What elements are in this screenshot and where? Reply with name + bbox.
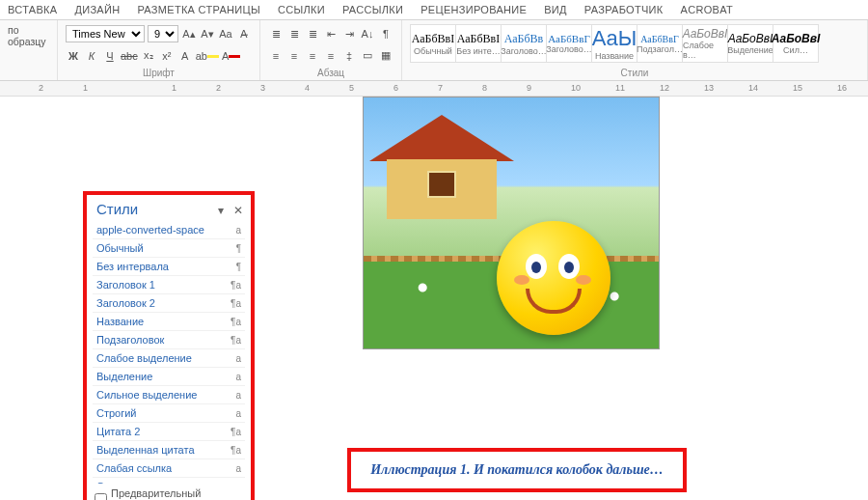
style-item: Слабое выделениеa bbox=[93, 349, 245, 368]
ruler-tick: 1 bbox=[83, 83, 88, 93]
ruler-tick: 11 bbox=[615, 83, 625, 93]
ruler-tick: 10 bbox=[571, 83, 581, 93]
tab-acrobat[interactable]: ACROBAT bbox=[681, 4, 733, 15]
style-item: Строгийa bbox=[93, 404, 245, 423]
document-canvas[interactable]: Иллюстрация 1. И покатился колобок дальш… bbox=[0, 97, 868, 500]
style-item: Выделенная цитата¶a bbox=[93, 441, 245, 459]
tab-view[interactable]: ВИД bbox=[544, 4, 567, 15]
horizontal-ruler[interactable]: 211234567891011121314151617 bbox=[0, 81, 868, 97]
tab-mailings[interactable]: РАССЫЛКИ bbox=[342, 4, 403, 15]
sort-icon[interactable]: A↓ bbox=[360, 26, 375, 42]
ruler-tick: 4 bbox=[305, 83, 310, 93]
styles-pane-title: Стили bbox=[96, 201, 138, 217]
increase-indent-icon[interactable]: ⇥ bbox=[341, 26, 357, 42]
tab-layout[interactable]: РАЗМЕТКА СТРАНИЦЫ bbox=[137, 4, 260, 15]
ruler-tick: 8 bbox=[482, 83, 487, 93]
font-name-select[interactable]: Times New R bbox=[66, 25, 145, 42]
style-tile-title[interactable]: АаЫНазвание bbox=[591, 24, 637, 63]
font-group-label: Шрифт bbox=[66, 68, 252, 80]
tab-references[interactable]: ССЫЛКИ bbox=[278, 4, 325, 15]
tab-review[interactable]: РЕЦЕНЗИРОВАНИЕ bbox=[420, 4, 527, 15]
paragraph-group-label: Абзац bbox=[268, 68, 393, 80]
styles-task-pane: Стили ▾ ✕ apple-converted-spacea Обычный… bbox=[83, 191, 255, 500]
illustration-house bbox=[369, 115, 514, 221]
ruler-tick: 6 bbox=[393, 83, 398, 93]
styles-pane-list[interactable]: apple-converted-spacea Обычный¶ Без инте… bbox=[93, 221, 245, 484]
style-item: Цитата 2¶a bbox=[93, 423, 245, 441]
subscript-button[interactable]: x₂ bbox=[141, 48, 156, 64]
style-tile-subtitle[interactable]: АаБбВвГПодзагол… bbox=[637, 24, 683, 63]
ruler-tick: 1 bbox=[172, 83, 176, 93]
style-item: Название¶a bbox=[93, 313, 245, 331]
style-item: Обычный¶ bbox=[93, 239, 245, 258]
ribbon: по образцу Times New R 9 A▴ A▾ Aa A̶ Ж К… bbox=[0, 19, 868, 81]
ruler-tick: 5 bbox=[349, 83, 354, 93]
bold-button[interactable]: Ж bbox=[66, 48, 81, 64]
ribbon-tabs: ВСТАВКА ДИЗАЙН РАЗМЕТКА СТРАНИЦЫ ССЫЛКИ … bbox=[0, 0, 868, 19]
shrink-font-icon[interactable]: A▾ bbox=[200, 26, 215, 42]
bullets-icon[interactable]: ≣ bbox=[268, 26, 284, 42]
image-caption-selected[interactable]: Иллюстрация 1. И покатился колобок дальш… bbox=[347, 448, 687, 492]
styles-pane-dropdown-icon[interactable]: ▾ bbox=[218, 204, 224, 217]
align-left-icon[interactable]: ≡ bbox=[268, 48, 284, 64]
font-color-button[interactable]: A bbox=[222, 48, 240, 64]
clear-formatting-icon[interactable]: A̶ bbox=[236, 26, 252, 42]
checkbox-input[interactable] bbox=[95, 493, 107, 501]
ruler-tick: 13 bbox=[704, 83, 714, 93]
ruler-tick: 9 bbox=[527, 83, 531, 93]
ruler-tick: 2 bbox=[216, 83, 221, 93]
align-center-icon[interactable]: ≡ bbox=[286, 48, 302, 64]
style-tile-heading2[interactable]: АаБбВвГЗаголово… bbox=[546, 24, 592, 63]
ruler-tick: 7 bbox=[438, 83, 443, 93]
document-image[interactable] bbox=[363, 97, 660, 349]
tab-insert[interactable]: ВСТАВКА bbox=[8, 4, 57, 15]
highlight-color-button[interactable]: ab bbox=[196, 48, 219, 64]
style-item: Подзаголовок¶a bbox=[93, 331, 245, 349]
style-tile-heading1[interactable]: АаБбВвЗаголово… bbox=[501, 24, 547, 63]
ruler-tick: 14 bbox=[748, 83, 758, 93]
change-case-icon[interactable]: Aa bbox=[218, 26, 233, 42]
tab-developer[interactable]: РАЗРАБОТЧИК bbox=[584, 4, 664, 15]
ruler-tick: 3 bbox=[260, 83, 265, 93]
superscript-button[interactable]: x² bbox=[159, 48, 175, 64]
styles-preview-checkbox[interactable]: Предварительный просмотр bbox=[87, 484, 251, 500]
align-right-icon[interactable]: ≡ bbox=[305, 48, 320, 64]
styles-group-label: Стили bbox=[410, 68, 859, 80]
style-item: apple-converted-spacea bbox=[93, 221, 245, 239]
font-size-select[interactable]: 9 bbox=[148, 25, 178, 42]
show-marks-icon[interactable]: ¶ bbox=[378, 26, 393, 42]
tab-design[interactable]: ДИЗАЙН bbox=[74, 4, 120, 15]
style-tile-emphasis[interactable]: АаБоВвІВыделение bbox=[727, 24, 773, 63]
ribbon-group-clipboard: по образцу bbox=[0, 20, 58, 80]
ruler-tick: 15 bbox=[793, 83, 802, 93]
ruler-tick: 16 bbox=[837, 83, 847, 93]
justify-icon[interactable]: ≡ bbox=[323, 48, 339, 64]
borders-icon[interactable]: ▦ bbox=[378, 48, 393, 64]
grow-font-icon[interactable]: A▴ bbox=[181, 26, 197, 42]
decrease-indent-icon[interactable]: ⇤ bbox=[323, 26, 339, 42]
quick-styles-gallery[interactable]: АаБбВвІОбычный АаБбВвІБез инте… АаБбВвЗа… bbox=[410, 24, 859, 63]
style-item: Заголовок 2¶a bbox=[93, 294, 245, 313]
italic-button[interactable]: К bbox=[84, 48, 99, 64]
ruler-tick: 12 bbox=[660, 83, 669, 93]
underline-button[interactable]: Ч bbox=[102, 48, 118, 64]
illustration-kolobok bbox=[497, 221, 610, 335]
style-tile-normal[interactable]: АаБбВвІОбычный bbox=[410, 24, 456, 63]
line-spacing-icon[interactable]: ‡ bbox=[341, 48, 357, 64]
style-tile-subtle[interactable]: АаБоВвІСлабое в… bbox=[682, 24, 728, 63]
style-item: Слабая ссылкаa bbox=[93, 459, 245, 478]
image-caption-text: Иллюстрация 1. И покатился колобок дальш… bbox=[370, 462, 664, 478]
multilevel-list-icon[interactable]: ≣ bbox=[305, 26, 320, 42]
styles-pane-close-icon[interactable]: ✕ bbox=[233, 204, 243, 217]
format-painter[interactable]: по образцу bbox=[8, 24, 49, 47]
style-item: Выделениеa bbox=[93, 368, 245, 386]
style-item: Заголовок 1¶a bbox=[93, 276, 245, 294]
text-effects-icon[interactable]: A bbox=[177, 48, 193, 64]
style-tile-strong[interactable]: АаБоВвІСил… bbox=[773, 24, 819, 63]
ribbon-group-styles: АаБбВвІОбычный АаБбВвІБез инте… АаБбВвЗа… bbox=[402, 20, 868, 80]
style-tile-nospacing[interactable]: АаБбВвІБез инте… bbox=[455, 24, 502, 63]
ribbon-group-font: Times New R 9 A▴ A▾ Aa A̶ Ж К Ч abc x₂ x… bbox=[58, 20, 260, 80]
numbering-icon[interactable]: ≣ bbox=[286, 26, 302, 42]
strike-button[interactable]: abc bbox=[121, 48, 138, 64]
shading-icon[interactable]: ▭ bbox=[360, 48, 375, 64]
